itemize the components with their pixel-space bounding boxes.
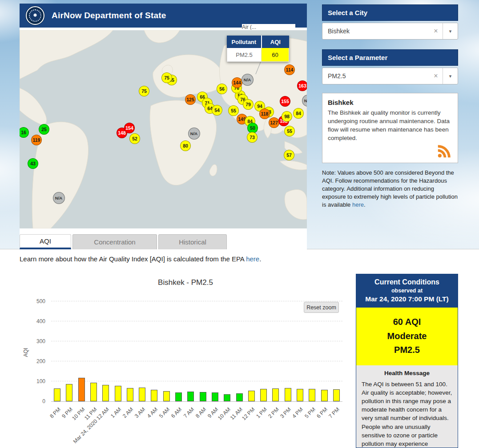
city-select[interactable]: Bishkek × ▾ — [322, 23, 458, 40]
aqi-map-marker[interactable]: 84 — [293, 108, 304, 119]
aqi-bar[interactable] — [200, 392, 206, 401]
aqi-bar[interactable] — [309, 389, 315, 401]
aqi-bar[interactable] — [260, 389, 267, 401]
y-tick-label: 100 — [36, 378, 45, 384]
aqi-map-marker[interactable]: 98 — [282, 111, 292, 122]
x-tick-label: 1 PM — [255, 406, 268, 420]
y-tick-label: 400 — [36, 318, 45, 324]
aqi-bar[interactable] — [297, 389, 303, 401]
aqi-summary-block: 60 AQI Moderate PM2.5 — [356, 308, 458, 365]
view-tabs: AQI Concentration Historical — [20, 234, 227, 249]
aqi-map-marker[interactable]: 155 — [280, 96, 290, 107]
aqi-bar[interactable] — [224, 394, 230, 401]
aqi-map-marker[interactable]: 57 — [284, 150, 294, 160]
aqi-map-marker[interactable]: 55 — [284, 126, 295, 136]
health-message-text: The AQI is between 51 and 100. Air quali… — [362, 380, 452, 448]
chart-plot[interactable] — [51, 302, 342, 402]
aqi-bar[interactable] — [151, 390, 157, 401]
x-tick-label: 5 AM — [158, 406, 171, 419]
aqi-map-marker[interactable]: 118 — [259, 108, 270, 119]
aqi-map-marker[interactable]: N/A — [188, 128, 200, 140]
aqi-bar[interactable] — [54, 388, 60, 401]
aqi-map-marker[interactable]: 55 — [228, 105, 239, 116]
parameter-clear-icon[interactable]: × — [429, 72, 443, 80]
aqi-category: Moderate — [360, 329, 454, 344]
x-tick-label: 8 PM — [48, 406, 62, 420]
rss-icon[interactable] — [436, 143, 452, 159]
parameter-select[interactable]: PM2.5 × ▾ — [322, 68, 458, 84]
gridline — [51, 361, 342, 361]
aqi-bar[interactable] — [78, 378, 85, 401]
x-tick-label: 4 PM — [291, 406, 305, 420]
aqi-map-marker[interactable]: N/A — [242, 74, 254, 86]
x-tick-label: 7 PM — [328, 406, 341, 420]
aqi-map-marker[interactable]: 125 — [185, 94, 196, 105]
aqi-map-marker[interactable]: 25 — [39, 124, 49, 135]
learn-more-suffix: . — [259, 255, 261, 263]
city-clear-icon[interactable]: × — [429, 27, 443, 35]
aqi-bar[interactable] — [66, 384, 72, 401]
select-parameter-header: Select a Parameter — [322, 49, 458, 66]
observed-at-datetime: Mar 24, 2020 7:00 PM (LT) — [359, 295, 455, 303]
aqi-bar[interactable] — [333, 389, 340, 401]
aqi-bar[interactable] — [187, 392, 194, 401]
aqi-map-marker[interactable]: 73 — [247, 132, 258, 143]
gridline — [51, 341, 342, 341]
aqi-map-marker[interactable]: N/A — [302, 95, 307, 107]
aqi-map-marker[interactable]: 119 — [31, 135, 42, 145]
aqi-bar[interactable] — [163, 391, 170, 401]
aqi-map-marker[interactable]: 154 — [124, 123, 135, 133]
aqi-map-marker[interactable]: 56 — [217, 84, 227, 94]
parameter-select-value: PM2.5 — [322, 72, 429, 80]
aqi-bar[interactable] — [115, 386, 121, 401]
aqi-map-marker[interactable]: 43 — [28, 158, 38, 169]
tooltip-value-row: PM2.5 60 — [227, 48, 289, 62]
aqi-map-marker[interactable]: 144 — [232, 77, 242, 88]
aqi-bar[interactable] — [272, 388, 279, 401]
aqi-map-marker[interactable]: 79 — [243, 99, 254, 110]
aqi-bar[interactable] — [212, 392, 218, 401]
aqi-bar[interactable] — [236, 393, 243, 401]
y-tick-label: 0 — [42, 398, 45, 404]
tab-aqi[interactable]: AQI — [20, 234, 71, 249]
aqi-map-marker[interactable]: 80 — [180, 140, 191, 151]
aqi-map-marker[interactable]: 52 — [129, 133, 140, 144]
aqi-map-marker[interactable]: 75 — [139, 86, 149, 96]
tab-concentration[interactable]: Concentration — [72, 234, 157, 249]
aqi-bar[interactable] — [102, 385, 109, 401]
aqi-bar[interactable] — [248, 391, 255, 401]
aqi-bar[interactable] — [90, 383, 97, 401]
map-tooltip: Pollutant AQI PM2.5 60 — [227, 36, 289, 62]
aqi-map-marker[interactable]: 54 — [212, 105, 222, 116]
aqi-map-marker[interactable]: 75 — [161, 72, 172, 83]
x-tick-label: 3 PM — [279, 406, 292, 420]
aqi-bar[interactable] — [139, 388, 145, 401]
aqi-chart: Bishkek - PM2.5 Reset zoom AQI 010020030… — [20, 275, 351, 448]
aqi-map-marker[interactable]: 127 — [269, 117, 279, 128]
tooltip-pollutant-header: Pollutant — [227, 36, 262, 48]
x-tick-label: 4 AM — [146, 406, 159, 419]
x-tick-label: 11 AM — [229, 406, 244, 421]
aqi-bar[interactable] — [127, 388, 133, 401]
learn-more-line: Learn more about how the Air Quality Ind… — [20, 255, 261, 263]
aqi-map-marker[interactable]: N/A — [53, 192, 65, 204]
note-here-link[interactable]: here — [352, 201, 364, 208]
y-tick-label: 500 — [36, 298, 45, 304]
aqi-bar[interactable] — [285, 388, 291, 401]
aqi-map-marker[interactable]: 16 — [20, 127, 29, 138]
health-message-title: Health Message — [362, 370, 452, 376]
learn-more-text: Learn more about how the Air Quality Ind… — [20, 255, 246, 263]
parameter-chevron-down-icon[interactable]: ▾ — [443, 68, 458, 84]
aqi-map-marker[interactable]: 114 — [284, 64, 295, 75]
epa-here-link[interactable]: here — [246, 255, 259, 263]
tab-historical[interactable]: Historical — [158, 234, 227, 249]
y-tick-label: 200 — [36, 358, 45, 364]
world-map[interactable]: 162511943N/A148154527555751256671645456N… — [20, 30, 307, 228]
x-tick-label: 2 AM — [121, 406, 134, 419]
city-chevron-down-icon[interactable]: ▾ — [443, 23, 458, 39]
aqi-bar[interactable] — [175, 392, 182, 401]
tooltip-aqi-header: AQI — [262, 36, 289, 48]
aqi-bar[interactable] — [321, 390, 328, 401]
aqi-map-marker[interactable]: 163 — [297, 80, 307, 91]
chart-title: Bishkek - PM2.5 — [20, 275, 351, 287]
